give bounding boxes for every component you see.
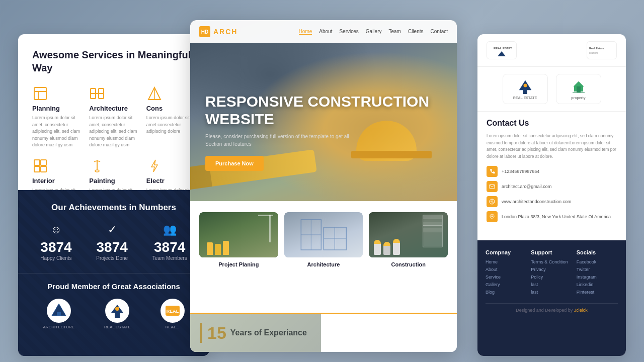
contact-website: www.architectandconstruction.com [487,196,617,207]
footer-divider [486,303,618,304]
svg-rect-11 [41,166,46,172]
footer-company-blog[interactable]: Blog [486,290,527,295]
svg-point-44 [492,216,493,217]
footer-section: Compnay Home About Service Gallery Blog … [477,240,626,356]
service-planning: Planning Lorem ipsum dolor sit amet, con… [32,85,81,149]
footer-social-facebook[interactable]: Facebook [577,259,618,264]
footer-company-home[interactable]: Home [486,259,527,264]
footer-social-linkedin[interactable]: Linkedin [577,282,618,287]
project-construction-image [369,212,448,257]
services-title: Awesome Services in Meaningful Way [32,48,195,74]
purchase-button[interactable]: Purchase Now [205,156,264,171]
project-construction-label: Construction [369,261,448,267]
project-architecture-label: Architecture [284,261,363,267]
years-strip: 15 Years of Experiance [190,313,457,352]
contact-website-text: www.architectandconstruction.com [502,199,572,204]
footer-support-title: Support [531,249,572,255]
address-icon-box [487,211,498,222]
footer-company-about[interactable]: About [486,267,527,272]
footer-support-privacy[interactable]: Privacy [531,267,572,272]
contact-address-text: London Plaza 38/3, New York United State… [502,214,611,219]
top-logo-1: REAL ESTATE [487,41,517,59]
nav-contact[interactable]: Contact [431,29,448,35]
svg-marker-36 [574,81,584,86]
footer-support-policy[interactable]: Policy [531,275,572,280]
svg-rect-37 [577,86,581,93]
svg-rect-16 [57,312,61,316]
nav-team[interactable]: Team [389,29,401,35]
left-panel: Awesome Services in Meaningful Way Plann… [18,34,209,356]
project-architecture-image [284,212,363,257]
svg-rect-38 [574,86,577,92]
service-construction: Cons Lorem ipsum dolor sit amet consecte… [146,85,195,149]
achievements-title: Our Achievements in Numbers [28,202,199,213]
svg-point-19 [115,307,119,311]
footer-company-service[interactable]: Service [486,275,527,280]
logo-text: ARCH [213,28,237,36]
nav-gallery[interactable]: Gallery [366,29,382,35]
footer-social-twitter[interactable]: Twitter [577,267,618,272]
architecture-icon [89,85,105,102]
footer-social-pinterest[interactable]: Pinterest [577,290,618,295]
real-logo-icon: REAL [160,299,185,323]
website-icon-box [487,196,498,207]
interior-name: Interior [32,177,81,185]
footer-columns: Compnay Home About Service Gallery Blog … [486,249,618,297]
painting-name: Painting [89,177,138,185]
svg-text:Real Estate: Real Estate [589,47,604,50]
svg-rect-41 [490,185,495,189]
footer-support-terms[interactable]: Terms & Condition [531,259,572,264]
project-card-architecture: Architecture [284,212,363,267]
hero-title: RESPONSIVE CONSTRUCTION WEBSITE [205,93,457,128]
people-icon: 👥 [152,223,187,236]
footer-col-socials: Socials Facebook Twitter Instagram Linke… [577,249,618,297]
footer-company-gallery[interactable]: Gallery [486,282,527,287]
footer-col-support: Support Terms & Condition Privacy Policy… [531,249,572,297]
top-logos-strip: REAL ESTATE Real Estate solutions [477,34,626,67]
projects-section: Project Planing [190,201,457,276]
contact-phone-text: +12345678987654 [502,169,539,174]
phone-icon-box [487,166,498,177]
nav-links: Home About Services Gallery Team Clients… [299,29,448,35]
footer-social-instagram[interactable]: Instagram [577,275,618,280]
nav-about[interactable]: About [319,29,332,35]
projects-grid: Project Planing [199,212,448,267]
contact-email: architect.arc@gmail.com [487,181,617,192]
achievements-row: ☺ 3874 Happy Clients ✓ 3874 Projects Don… [28,223,199,261]
client-logo-property: property [556,74,601,104]
achievements-section: Our Achievements in Numbers ☺ 3874 Happy… [18,190,209,356]
nav-home[interactable]: Home [299,29,312,35]
project-planning-label: Project Planing [199,261,278,267]
nav-clients[interactable]: Clients [408,29,424,35]
arch-logo-icon [47,299,71,323]
achievement-projects-done: ✓ 3874 Projects Done [96,223,128,261]
client-label-1: REAL ESTATE [513,96,537,100]
footer-col-company: Compnay Home About Service Gallery Blog [486,249,527,297]
electrical-name: Electr [146,177,195,185]
service-architecture: Architecture Lorem ipsum dolor sit amet,… [89,85,138,149]
construction-name: Cons [146,105,195,112]
footer-support-last2[interactable]: last [531,290,572,295]
svg-text:solutions: solutions [589,52,599,54]
svg-rect-8 [34,160,40,165]
construction-desc: Lorem ipsum dolor sit amet consectetur a… [146,115,195,135]
svg-rect-18 [115,313,120,318]
property-client-icon [571,79,586,94]
svg-rect-9 [41,160,46,165]
footer-credit-author: Jcleick [574,308,588,313]
associations-title: Proud Member of Great Associations [28,282,199,292]
footer-socials-title: Socials [577,249,618,255]
assoc-label-3: REAL... [166,325,180,329]
footer-support-last1[interactable]: last [531,282,572,287]
happy-clients-number: 3874 [40,239,71,255]
planning-desc: Lorem ipsum dolor sit amet, consectetur … [32,115,81,149]
hero-section: HD ARCH Home About Services Gallery Team… [190,20,457,201]
nav-services[interactable]: Services [339,29,358,35]
happy-clients-label: Happy Clients [40,255,71,261]
architecture-desc: Lorem ipsum dolor sit amet, consectetur … [89,115,138,149]
hero-subtitle: Please, consider purchasing full version… [205,133,366,148]
client-label-2: property [571,96,585,100]
client-logo-real-estate: REAL ESTATE [503,74,548,104]
contact-email-text: architect.arc@gmail.com [502,184,551,189]
svg-text:REAL: REAL [166,309,179,314]
